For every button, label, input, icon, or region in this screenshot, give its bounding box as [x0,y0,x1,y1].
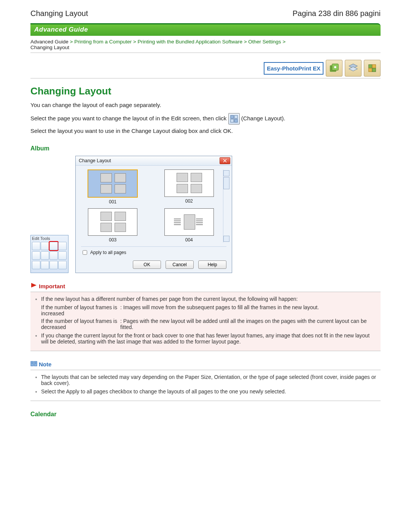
svg-rect-7 [369,68,372,72]
svg-rect-11 [230,119,233,122]
note-heading: Note [30,360,381,368]
scrollbar[interactable] [223,169,229,243]
important-box: If the new layout has a different number… [30,292,381,351]
instruction-2: Select the layout you want to use in the… [30,127,381,135]
tool-8[interactable] [58,251,67,260]
important-heading: Important [30,282,381,290]
guide-banner: Advanced Guide [30,23,381,36]
tool-2[interactable] [41,242,49,250]
svg-marker-13 [31,283,37,288]
layout-option-003[interactable]: 003 [81,208,145,243]
scroll-up-icon[interactable] [223,170,229,176]
important-bullet-2: If you change the current layout for the… [41,332,378,345]
note-bullet-1: The layouts that can be selected may var… [41,374,378,386]
header-right: Pagina 238 din 886 pagini [293,9,381,18]
tool-9[interactable] [32,261,40,269]
tool-11[interactable] [49,261,58,269]
apply-all-input[interactable] [83,250,87,255]
svg-rect-10 [234,115,237,118]
tool-7[interactable] [49,251,58,260]
book-icon [30,360,37,368]
tool-4[interactable] [58,242,67,250]
flag-icon [30,282,37,290]
layout-option-002[interactable]: 002 [158,169,221,204]
note-bullet-2: Select the Apply to all pages checkbox t… [41,388,378,395]
dialog-title: Change Layout [79,158,111,163]
tool-6[interactable] [41,251,49,260]
close-button[interactable] [220,157,230,164]
note-box: The layouts that can be selected may var… [30,370,381,401]
scroll-thumb[interactable] [223,177,229,189]
breadcrumb: Advanced Guide > Printing from a Compute… [30,39,381,50]
layout-option-004[interactable]: 004 [158,208,221,243]
svg-rect-5 [369,65,372,68]
change-layout-dialog: Change Layout 001 002 003 [75,156,232,273]
svg-point-2 [334,66,336,68]
help-button[interactable]: Help [198,260,226,269]
photo-album-icon [326,60,342,77]
edit-tools-panel: Edit Tools [30,235,68,273]
instruction-1: Select the page you want to change the l… [30,113,381,125]
header-left: Changing Layout [30,9,88,18]
app-label: Easy-PhotoPrint EX [264,62,323,75]
important-bullet-1: If the new layout has a different number… [41,296,378,330]
page-title: Changing Layout [30,85,381,97]
app-icon-row: Easy-PhotoPrint EX [30,60,381,78]
section-calendar: Calendar [30,411,381,418]
intro-text: You can change the layout of each page s… [30,101,381,109]
crumb-3[interactable]: Other Settings [248,39,281,45]
tool-5[interactable] [32,251,40,260]
apply-all-checkbox[interactable]: Apply to all pages [81,249,226,256]
tool-change-layout[interactable] [49,242,58,250]
tool-10[interactable] [41,261,49,269]
scroll-down-icon[interactable] [223,236,229,242]
stack-icon [345,60,362,77]
change-layout-icon [228,113,240,125]
svg-rect-6 [372,65,376,68]
crumb-0[interactable]: Advanced Guide [30,39,68,45]
svg-rect-8 [372,68,376,72]
section-album: Album [30,145,381,152]
svg-rect-12 [234,119,237,122]
ok-button[interactable]: OK [133,260,161,269]
layout-option-001[interactable]: 001 [81,169,145,204]
crumb-1[interactable]: Printing from a Computer [74,39,132,45]
edit-tools-title: Edit Tools [32,236,67,241]
svg-rect-9 [230,115,233,118]
tool-12[interactable] [58,261,67,269]
crumb-2[interactable]: Printing with the Bundled Application So… [137,39,242,45]
tool-1[interactable] [32,242,40,250]
puzzle-icon [364,60,381,77]
cancel-button[interactable]: Cancel [166,260,194,269]
svg-marker-4 [349,67,358,71]
crumb-current: Changing Layout [30,45,69,50]
